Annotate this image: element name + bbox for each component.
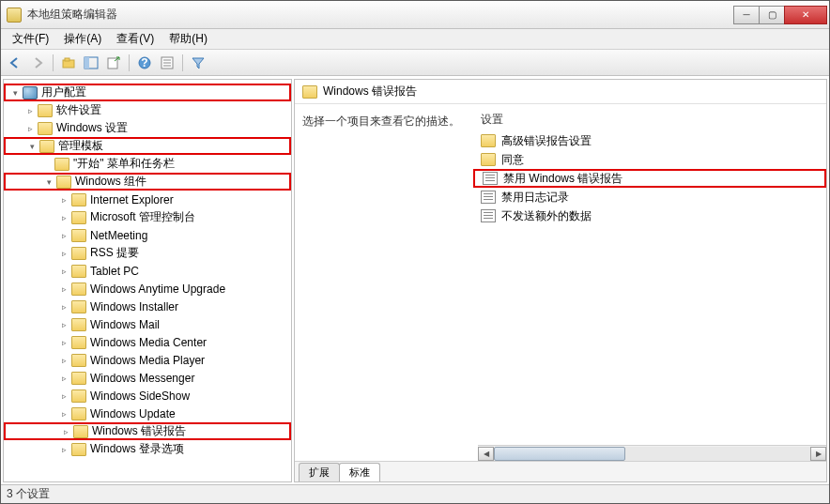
tab-standard[interactable]: 标准 — [339, 463, 380, 481]
horizontal-scrollbar[interactable]: ◀ ▶ — [478, 445, 826, 461]
expand-icon[interactable]: ▹ — [58, 337, 69, 348]
show-hide-tree-button[interactable] — [81, 53, 101, 73]
expand-icon[interactable]: ▹ — [24, 105, 36, 116]
scroll-right-button[interactable]: ▶ — [810, 447, 826, 461]
scroll-left-button[interactable]: ◀ — [478, 447, 494, 461]
collapse-icon[interactable]: ▾ — [43, 176, 54, 188]
tree-user-config[interactable]: ▾ 用户配置 — [4, 84, 291, 101]
folder-icon — [481, 153, 496, 166]
tree-software-settings[interactable]: ▹ 软件设置 — [4, 101, 291, 119]
folder-icon — [71, 300, 86, 313]
tree-windows-components[interactable]: ▾ Windows 组件 — [4, 173, 291, 191]
expand-icon[interactable]: ▹ — [58, 283, 69, 295]
export-button[interactable] — [103, 53, 124, 73]
scroll-track[interactable] — [494, 447, 810, 461]
policy-icon — [481, 191, 496, 204]
user-icon — [23, 86, 38, 99]
tree-item[interactable]: ▹Internet Explorer — [4, 191, 291, 208]
tree-label: Windows Installer — [90, 300, 178, 313]
expand-icon[interactable]: ▹ — [58, 212, 69, 223]
menu-action[interactable]: 操作(A) — [56, 29, 109, 49]
tab-extended[interactable]: 扩展 — [299, 463, 340, 481]
expand-icon[interactable]: ▹ — [58, 194, 69, 206]
expand-icon[interactable]: ▹ — [24, 123, 36, 134]
tree-admin-templates[interactable]: ▾ 管理模板 — [4, 137, 291, 155]
tree-item[interactable]: ▹Windows Media Center — [4, 333, 291, 351]
folder-icon — [71, 389, 86, 403]
folder-icon — [71, 336, 86, 349]
folder-icon — [71, 211, 86, 224]
policy-icon — [483, 172, 498, 185]
expand-icon[interactable]: ▹ — [58, 390, 69, 402]
tree-item[interactable]: ▹Windows SideShow — [4, 387, 291, 405]
tree-label: Tablet PC — [90, 265, 139, 278]
expand-icon[interactable]: ▹ — [58, 319, 69, 330]
folder-icon — [71, 247, 86, 260]
setting-item[interactable]: 同意 — [473, 150, 826, 169]
tree-item[interactable]: ▹Windows Update — [4, 405, 291, 422]
menubar: 文件(F) 操作(A) 查看(V) 帮助(H) — [1, 29, 829, 50]
tree-pane[interactable]: ▾ 用户配置 ▹ 软件设置 ▹ Windows 设置 ▾ 管理模板 " — [3, 79, 292, 482]
scroll-thumb[interactable] — [494, 447, 625, 461]
up-button[interactable] — [58, 53, 79, 73]
tree-item[interactable]: ▹Windows Mail — [4, 315, 291, 333]
expand-icon[interactable]: ▹ — [58, 266, 69, 277]
separator — [129, 54, 130, 71]
setting-label: 禁用 Windows 错误报告 — [503, 171, 622, 187]
expand-icon[interactable]: ▹ — [58, 248, 69, 259]
help-button[interactable]: ? — [134, 53, 155, 73]
tree-label: Windows Media Player — [90, 354, 205, 367]
tree-item[interactable]: ▹Microsoft 管理控制台 — [4, 208, 291, 226]
tree-item[interactable]: ▹Tablet PC — [4, 262, 291, 280]
separator — [53, 54, 54, 71]
setting-item[interactable]: 禁用日志记录 — [473, 188, 826, 206]
expand-icon[interactable]: ▹ — [58, 355, 69, 366]
tree-label: Windows Messenger — [90, 372, 194, 385]
expand-icon[interactable]: ▹ — [58, 230, 69, 241]
minimize-button[interactable]: ─ — [733, 6, 760, 24]
tree-item[interactable]: ▹Windows Installer — [4, 298, 291, 315]
collapse-icon[interactable]: ▾ — [26, 141, 38, 152]
tree-item[interactable]: ▹Windows Anytime Upgrade — [4, 280, 291, 298]
close-button[interactable]: ✕ — [784, 6, 827, 24]
tree-windows-settings[interactable]: ▹ Windows 设置 — [4, 119, 291, 137]
tree-label: Internet Explorer — [90, 193, 174, 206]
settings-list[interactable]: 设置 高级错误报告设置同意禁用 Windows 错误报告禁用日志记录不发送额外的… — [473, 104, 826, 461]
expand-icon[interactable]: ▹ — [58, 444, 69, 455]
tree-item[interactable]: ▹Windows 错误报告 — [4, 422, 291, 440]
column-header-setting[interactable]: 设置 — [473, 110, 826, 131]
expand-icon[interactable]: ▹ — [58, 408, 69, 420]
maximize-button[interactable]: ▢ — [759, 6, 785, 24]
tree-item[interactable]: ▹NetMeeting — [4, 226, 291, 244]
setting-item[interactable]: 不发送额外的数据 — [473, 206, 826, 225]
expand-icon[interactable]: ▹ — [58, 301, 69, 313]
folder-icon — [71, 193, 86, 206]
folder-icon — [39, 140, 54, 153]
menu-view[interactable]: 查看(V) — [109, 29, 161, 49]
folder-icon — [71, 318, 86, 331]
description-column: 选择一个项目来查看它的描述。 — [295, 104, 473, 461]
policy-icon — [481, 209, 496, 222]
setting-item[interactable]: 禁用 Windows 错误报告 — [473, 169, 826, 188]
details-body: 选择一个项目来查看它的描述。 设置 高级错误报告设置同意禁用 Windows 错… — [295, 104, 826, 461]
details-title: Windows 错误报告 — [323, 84, 417, 99]
setting-item[interactable]: 高级错误报告设置 — [473, 131, 826, 150]
properties-button[interactable] — [157, 53, 177, 73]
forward-button[interactable] — [27, 53, 48, 73]
tree-item[interactable]: ▹RSS 提要 — [4, 244, 291, 262]
expand-icon[interactable]: ▹ — [58, 373, 69, 384]
tree-start-menu[interactable]: "开始" 菜单和任务栏 — [4, 155, 291, 173]
tree-item[interactable]: ▹Windows 登录选项 — [4, 440, 291, 458]
menu-help[interactable]: 帮助(H) — [161, 29, 215, 49]
filter-button[interactable] — [188, 53, 208, 73]
folder-icon — [38, 104, 53, 117]
back-button[interactable] — [5, 53, 25, 73]
app-icon — [7, 8, 22, 23]
collapse-icon[interactable]: ▾ — [9, 87, 21, 99]
tree-item[interactable]: ▹Windows Media Player — [4, 351, 291, 369]
tree-item[interactable]: ▹Windows Messenger — [4, 369, 291, 387]
tree-label: Windows Anytime Upgrade — [90, 283, 225, 296]
folder-icon — [71, 407, 86, 420]
expand-icon[interactable]: ▹ — [60, 426, 71, 437]
menu-file[interactable]: 文件(F) — [5, 29, 56, 49]
